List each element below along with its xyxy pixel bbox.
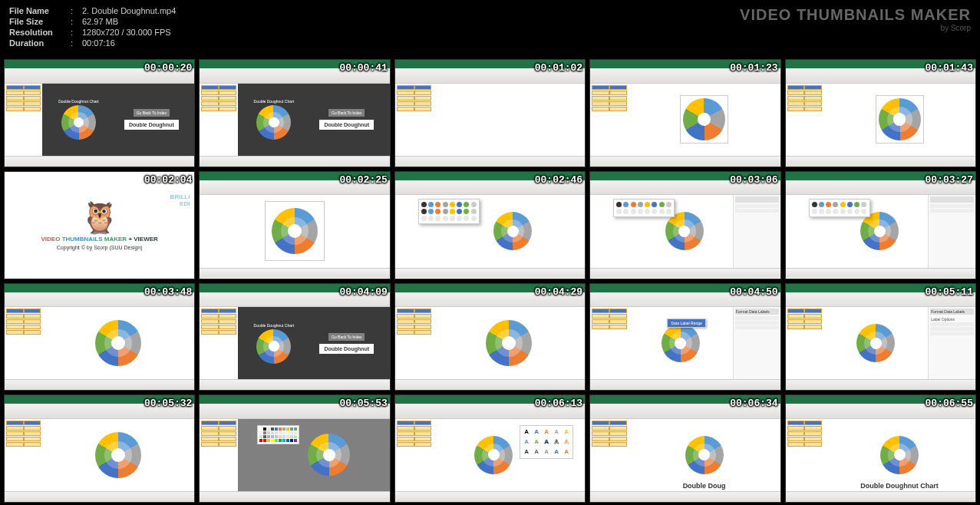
timestamp: 00:01:02 xyxy=(535,62,582,74)
chart-object[interactable] xyxy=(860,212,899,250)
resolution-value: 1280x720 / 30.000 FPS xyxy=(82,28,171,37)
chart-object[interactable] xyxy=(474,436,513,474)
timestamp: 00:03:48 xyxy=(144,286,192,298)
thumbnail[interactable]: 00:05:53 xyxy=(199,394,390,503)
thumbnail[interactable]: 00:04:50 Data Label Range Format Data La… xyxy=(589,283,780,391)
thumbnail[interactable]: 00:01:43 xyxy=(785,59,976,167)
wordart-picker[interactable]: AAAAA AAAAA AAAAA xyxy=(520,425,573,459)
header: File Name : 2. Double Doughnut.mp4 File … xyxy=(0,0,980,55)
timestamp: 00:03:27 xyxy=(926,174,973,186)
copyright: Copyright © by Scorp (SUU Design) xyxy=(57,245,143,250)
thumbnail[interactable]: 00:02:25 xyxy=(199,171,390,279)
thumbnail[interactable]: 00:03:48 xyxy=(4,283,195,391)
chart-title-text[interactable]: Double Doughnut Chart xyxy=(860,482,938,490)
chart-object[interactable] xyxy=(95,320,141,366)
chart-object[interactable] xyxy=(685,436,724,474)
timestamp: 00:04:09 xyxy=(339,286,387,298)
chart-object[interactable] xyxy=(308,434,350,476)
go-back-button[interactable]: Go Back To Index xyxy=(134,109,170,117)
timestamp: 00:01:43 xyxy=(926,62,973,74)
chart-object[interactable] xyxy=(662,324,700,362)
chart-object[interactable] xyxy=(680,95,728,144)
timestamp: 00:05:11 xyxy=(926,286,973,298)
chart-object[interactable] xyxy=(95,432,141,478)
timestamp: 00:02:46 xyxy=(535,174,582,186)
chart-type-label: Double Doughnut xyxy=(319,344,374,354)
timestamp: 00:06:55 xyxy=(926,398,973,409)
thumbnail[interactable]: 00:01:23 xyxy=(589,59,780,167)
filename-label: File Name xyxy=(9,6,71,15)
timestamp: 00:02:25 xyxy=(339,174,387,186)
thumbnail[interactable]: 00:04:29 xyxy=(394,283,586,391)
timestamp: 00:05:53 xyxy=(339,398,387,409)
thumbnail[interactable]: 00:00:20 Double Doughnut Chart Go Back T… xyxy=(4,59,195,167)
timestamp: 00:03:06 xyxy=(730,174,777,186)
chart-object[interactable] xyxy=(856,324,895,362)
color-picker[interactable] xyxy=(257,425,299,444)
timestamp: 00:05:32 xyxy=(144,398,192,409)
watermark-title: VIDEO THUMBNAILS MAKER xyxy=(740,6,971,24)
timestamp: 00:00:20 xyxy=(144,62,192,74)
watermark-subtitle: by Scorp xyxy=(740,24,971,32)
chart-type-label: Double Doughnut xyxy=(319,120,374,130)
timestamp: 00:06:34 xyxy=(730,398,777,409)
format-pane[interactable]: Format Data LabelsLabel Options xyxy=(928,307,975,379)
logo-text: VIDEO THUMBNAILS MAKER + VIEWER xyxy=(41,236,158,243)
filesize-label: File Size xyxy=(9,17,71,26)
format-pane[interactable]: Format Data Labels xyxy=(733,307,780,379)
duration-label: Duration xyxy=(9,38,71,48)
thumbnail[interactable]: 00:02:46 xyxy=(394,171,586,279)
watermark: VIDEO THUMBNAILS MAKER by Scorp xyxy=(740,6,971,49)
thumbnail[interactable]: 00:03:27 xyxy=(785,171,976,279)
chart-object[interactable] xyxy=(486,320,532,366)
timestamp: 00:01:23 xyxy=(730,62,777,74)
thumbnail[interactable]: 00:05:11 Format Data LabelsLabel Options xyxy=(785,283,976,391)
chart-object[interactable] xyxy=(876,95,924,144)
chart-object[interactable] xyxy=(880,436,919,474)
timestamp: 00:02:04 xyxy=(144,174,192,186)
thumbnail[interactable]: 00:06:13 AAAAA AAAAA AAAAA xyxy=(394,394,586,503)
thumbnail[interactable]: 00:03:06 xyxy=(589,171,780,279)
go-back-button[interactable]: Go Back To Index xyxy=(328,109,365,117)
resolution-label: Resolution xyxy=(9,28,71,37)
thumbnail[interactable]: 00:06:55 Double Doughnut Chart xyxy=(785,394,976,503)
chart-object[interactable] xyxy=(493,212,532,250)
chart-object[interactable] xyxy=(665,212,704,250)
chart-style-picker[interactable] xyxy=(613,199,675,217)
chart-title-text[interactable]: Double Doug xyxy=(683,482,726,490)
owl-icon: 🦉 xyxy=(81,200,119,236)
format-pane[interactable] xyxy=(733,195,780,267)
thumbnail[interactable]: 00:04:09 Double Doughnut Chart Go Back T… xyxy=(199,283,390,391)
thumbnail[interactable]: 00:06:34 Double Doug xyxy=(589,394,780,503)
thumbnail[interactable]: 00:05:32 xyxy=(4,394,195,503)
filesize-value: 62.97 MB xyxy=(82,17,118,26)
thumbnail-grid: 00:00:20 Double Doughnut Chart Go Back T… xyxy=(0,55,980,505)
filename-value: 2. Double Doughnut.mp4 xyxy=(82,6,176,15)
timestamp: 00:04:50 xyxy=(730,286,777,298)
timestamp: 00:06:13 xyxy=(535,398,582,409)
thumbnail[interactable]: 00:00:41 Double Doughnut Chart Go Back T… xyxy=(199,59,390,167)
chart-style-picker[interactable] xyxy=(809,199,870,217)
go-back-button[interactable]: Go Back To Index xyxy=(328,333,365,341)
chart-object[interactable] xyxy=(265,201,325,261)
format-pane[interactable] xyxy=(928,195,975,267)
file-metadata: File Name : 2. Double Doughnut.mp4 File … xyxy=(9,6,176,49)
timestamp: 00:00:41 xyxy=(339,62,387,74)
data-label-dialog[interactable]: Data Label Range xyxy=(667,319,705,328)
excel-cells[interactable] xyxy=(433,84,585,156)
thumbnail[interactable]: 00:01:02 xyxy=(394,59,586,167)
duration-value: 00:07:16 xyxy=(82,38,115,48)
chart-type-label: Double Doughnut xyxy=(124,120,179,130)
timestamp: 00:04:29 xyxy=(535,286,582,298)
chart-style-picker[interactable] xyxy=(418,199,480,224)
thumbnail-logo[interactable]: 00:02:04 BRILLIEDI 🦉 VIDEO THUMBNAILS MA… xyxy=(4,171,195,279)
